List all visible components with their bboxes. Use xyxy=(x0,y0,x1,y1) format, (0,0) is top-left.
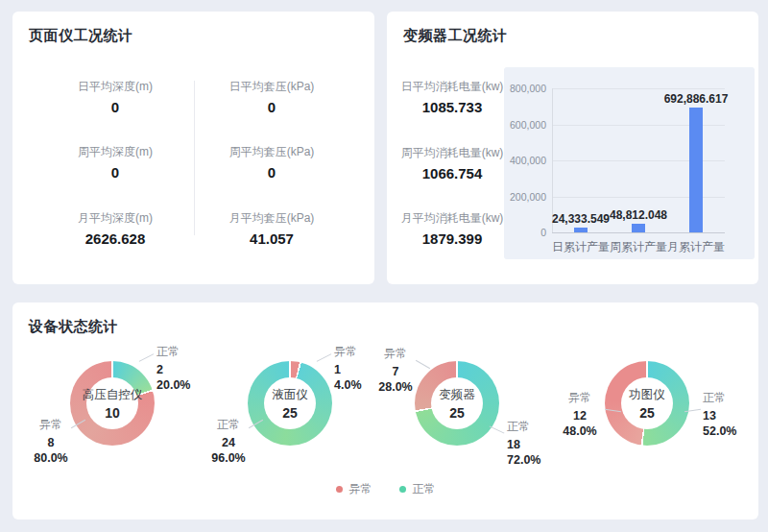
donut-slice-label: 异常 7 28.0% xyxy=(365,347,426,396)
gridline xyxy=(552,88,725,89)
donut-title: 高压自控仪 xyxy=(83,387,143,403)
legend-dot-abnormal xyxy=(336,486,343,493)
stat-daily-depth: 日平均深度(m) 0 xyxy=(43,79,187,115)
donut-slice-label: 异常 12 48.0% xyxy=(551,391,609,440)
slice-count: 2 xyxy=(156,362,190,378)
stat-label: 月平均套压(kPa) xyxy=(200,210,344,227)
slice-percent: 72.0% xyxy=(507,452,540,469)
legend-dot-normal xyxy=(399,486,406,493)
stat-daily-power: 日平均消耗电量(kw) 1085.733 xyxy=(380,79,524,115)
panel-device-status-stats: 设备状态统计 高压自控仪 10正常 2 20.0%异常 8 80.0% 液面仪 … xyxy=(12,302,758,520)
donut-title: 液面仪 xyxy=(272,387,308,403)
slice-percent: 80.0% xyxy=(20,450,82,467)
slice-percent: 96.0% xyxy=(198,450,259,467)
slice-status-name: 异常 xyxy=(551,391,609,406)
slice-count: 8 xyxy=(20,435,82,451)
slice-percent: 52.0% xyxy=(703,423,736,440)
stat-label: 月平均深度(m) xyxy=(43,210,187,227)
stat-monthly-depth: 月平均深度(m) 2626.628 xyxy=(43,210,187,247)
donut-chart-3[interactable]: 变频器 25正常 18 72.0%异常 7 28.0% xyxy=(361,322,553,485)
stat-weekly-depth: 周平均深度(m) 0 xyxy=(43,144,187,181)
slice-percent: 20.0% xyxy=(156,377,190,394)
stat-label: 周平均消耗电量(kw) xyxy=(380,145,524,161)
slice-count: 12 xyxy=(551,408,609,424)
donut-slice-label: 正常 2 20.0% xyxy=(156,345,190,394)
donut-title: 变频器 xyxy=(439,387,475,403)
y-tick-label: 800,000 xyxy=(504,83,546,94)
y-tick-label: 0 xyxy=(504,227,546,238)
stat-label: 日平均深度(m) xyxy=(43,79,187,95)
legend-item-abnormal[interactable]: 异常 xyxy=(336,481,372,497)
slice-status-name: 正常 xyxy=(703,391,736,406)
slice-count: 13 xyxy=(703,408,736,424)
bar[interactable] xyxy=(689,108,703,232)
slice-status-name: 正常 xyxy=(198,418,259,433)
slice-percent: 48.0% xyxy=(551,423,609,440)
slice-status-name: 异常 xyxy=(334,345,362,360)
bar[interactable] xyxy=(574,228,588,232)
donut-total: 25 xyxy=(282,405,298,421)
y-axis-line xyxy=(552,88,553,232)
panel-inverter-stats: 变频器工况统计 日平均消耗电量(kw) 1085.733 周平均消耗电量(kw)… xyxy=(387,12,758,284)
slice-count: 7 xyxy=(365,364,426,380)
donut-center-label: 功图仪 25 xyxy=(621,377,673,429)
donut-chart-2[interactable]: 液面仪 25异常 1 4.0%正常 24 96.0% xyxy=(194,322,386,485)
stat-label: 日平均套压(kPa) xyxy=(200,79,344,95)
bar-value-label: 48,812.048 xyxy=(586,208,691,222)
stat-monthly-casing-pressure: 月平均套压(kPa) 41.057 xyxy=(200,210,344,247)
stat-value: 1879.399 xyxy=(380,230,524,247)
donut-slice-label: 异常 8 80.0% xyxy=(20,418,82,467)
panel-page-meter-stats: 页面仪工况统计 日平均深度(m) 0 周平均深度(m) 0 月平均深度(m) 2… xyxy=(12,12,374,284)
stat-value: 0 xyxy=(200,164,344,181)
donut-center-label: 高压自控仪 10 xyxy=(86,377,138,429)
stat-value: 0 xyxy=(200,99,344,115)
gridline xyxy=(552,232,725,233)
stat-label: 周平均深度(m) xyxy=(43,144,187,160)
slice-count: 1 xyxy=(334,362,362,378)
slice-count: 24 xyxy=(198,435,259,451)
donut-total: 10 xyxy=(105,405,120,421)
slice-percent: 4.0% xyxy=(334,377,362,394)
donut-center-label: 变频器 25 xyxy=(431,377,483,429)
donut-center-label: 液面仪 25 xyxy=(264,377,316,429)
dashboard-page: { "panel1": { "title": "页面仪工况统计", "stats… xyxy=(0,0,768,532)
slice-percent: 28.0% xyxy=(365,379,426,396)
donut-chart-4[interactable]: 功图仪 25正常 13 52.0%异常 12 48.0% xyxy=(551,322,743,485)
y-tick-label: 600,000 xyxy=(504,119,546,131)
stat-weekly-casing-pressure: 周平均套压(kPa) 0 xyxy=(200,144,344,181)
donut-slice-label: 异常 1 4.0% xyxy=(334,345,362,394)
donut-slice-label: 正常 13 52.0% xyxy=(703,391,736,440)
slice-status-name: 异常 xyxy=(20,418,82,433)
legend-label: 正常 xyxy=(413,481,436,497)
chart-legend: 异常 正常 xyxy=(12,481,758,497)
donut-chart-1[interactable]: 高压自控仪 10正常 2 20.0%异常 8 80.0% xyxy=(16,322,208,485)
stat-monthly-power: 月平均消耗电量(kw) 1879.399 xyxy=(380,210,524,247)
donut-slice-label: 正常 24 96.0% xyxy=(198,418,259,467)
donut-title: 功图仪 xyxy=(629,387,665,403)
panel-title: 变频器工况统计 xyxy=(403,27,508,45)
slice-status-name: 正常 xyxy=(507,420,540,435)
y-tick-label: 400,000 xyxy=(504,155,546,166)
stat-label: 日平均消耗电量(kw) xyxy=(380,79,524,95)
donut-slice-label: 正常 18 72.0% xyxy=(507,420,540,469)
bar-chart: 0200,000400,000600,000800,00024,333.549日… xyxy=(504,67,755,259)
stat-daily-casing-pressure: 日平均套压(kPa) 0 xyxy=(200,79,344,115)
stat-label: 周平均套压(kPa) xyxy=(200,144,344,160)
y-tick-label: 200,000 xyxy=(504,191,546,203)
slice-status-name: 正常 xyxy=(156,345,190,360)
x-tick-label: 月累计产量 xyxy=(658,239,734,255)
stat-value: 2626.628 xyxy=(43,230,187,247)
bar-chart-container: 0200,000400,000600,000800,00024,333.549日… xyxy=(504,67,755,259)
donut-total: 25 xyxy=(449,405,465,421)
donut-total: 25 xyxy=(639,405,655,421)
legend-label: 异常 xyxy=(349,481,372,497)
stat-label: 月平均消耗电量(kw) xyxy=(380,210,524,227)
slice-count: 18 xyxy=(507,437,540,453)
stat-value: 1085.733 xyxy=(380,99,524,115)
stat-value: 41.057 xyxy=(200,230,344,247)
stat-weekly-power: 周平均消耗电量(kw) 1066.754 xyxy=(380,145,524,181)
legend-item-normal[interactable]: 正常 xyxy=(399,481,436,497)
stat-value: 1066.754 xyxy=(380,165,524,181)
bar-value-label: 692,886.617 xyxy=(643,92,749,106)
bar[interactable] xyxy=(632,224,645,232)
